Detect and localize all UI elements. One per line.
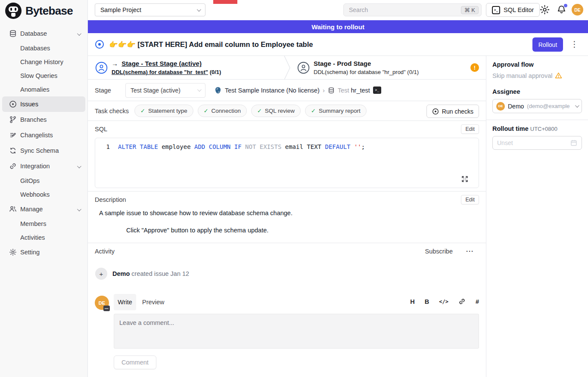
event-plus-icon: + [95, 268, 107, 280]
stage-selector-value: Test Stage (active) [131, 87, 180, 94]
check-pass-icon: ✓ [311, 108, 316, 114]
status-banner-text: Waiting to rollout [311, 23, 364, 31]
environment-label: Test [338, 87, 349, 94]
sidebar-item-branches[interactable]: Branches [2, 112, 85, 127]
comment-textarea[interactable] [114, 314, 479, 349]
stage-selector[interactable]: Test Stage (active) [125, 83, 205, 98]
description-label: Description [95, 196, 126, 203]
sidebar-item-setting[interactable]: Setting [2, 244, 85, 260]
issue-title: 👉👉👉 [START HERE] Add email column to Emp… [109, 40, 313, 49]
sidebar-item-changelists[interactable]: Changelists [2, 127, 85, 143]
gear-icon [9, 248, 17, 256]
sidebar-nav: Database Databases Change History Slow Q… [0, 22, 87, 260]
breadcrumb-separator: › [323, 87, 325, 94]
chevron-down-icon [77, 30, 80, 37]
sidebar: Bytebase Database Databases Change Histo… [0, 0, 88, 377]
branch-icon [9, 116, 17, 124]
chevron-down-icon [197, 7, 201, 12]
check-sql-review[interactable]: ✓SQL review [251, 105, 301, 117]
issue-header: 👉👉👉 [START HERE] Add email column to Emp… [88, 33, 588, 56]
stage-card-prod[interactable]: Stage - Prod Stage DDL(schema) for datab… [297, 56, 419, 80]
comment-button[interactable]: Comment [114, 355, 156, 369]
run-icon [432, 108, 439, 115]
event-description: created issue Jan 12 [130, 270, 189, 277]
sidebar-item-databases[interactable]: Databases [2, 41, 85, 55]
sidebar-item-slow-queries[interactable]: Slow Queries [2, 69, 85, 83]
task-checks-bar: Task checks ✓Statement type ✓Connection … [88, 101, 486, 121]
bytebase-logo[interactable]: Bytebase [0, 0, 87, 22]
rollout-timezone: UTC+0800 [530, 126, 557, 132]
code-icon[interactable]: </> [439, 299, 448, 305]
check-pass-icon: ✓ [204, 108, 208, 114]
stage-card-test[interactable]: → Stage - Test Stage (active) DDL(schema… [95, 56, 221, 80]
heading-icon[interactable]: H [410, 298, 414, 305]
stage-test-name: Stage - Test Stage (active) [121, 60, 202, 67]
expand-fullscreen-icon[interactable] [461, 176, 468, 182]
sidebar-item-sync-schema[interactable]: Sync Schema [2, 143, 85, 158]
sidebar-item-activities[interactable]: Activities [2, 231, 85, 244]
project-selector-value: Sample Project [100, 6, 141, 13]
link-icon[interactable] [458, 298, 466, 305]
sidebar-item-members[interactable]: Members [2, 217, 85, 231]
search-box[interactable]: ⌘ K [343, 3, 482, 16]
terminal-icon: >_ [492, 6, 500, 14]
open-sql-editor-icon[interactable]: >_ [373, 87, 381, 94]
users-icon [9, 205, 17, 213]
comment-bubble-icon: ••• [103, 306, 110, 311]
stage-prod-progress: (0/1) [407, 69, 419, 75]
sidebar-item-manage[interactable]: Manage [2, 201, 85, 217]
stage-separator-chevron [284, 56, 291, 80]
rollout-time-title: Rollout time [492, 125, 529, 132]
sidebar-item-database[interactable]: Database [2, 26, 85, 41]
hash-icon[interactable]: # [476, 298, 479, 305]
sidebar-item-integration[interactable]: Integration [2, 158, 85, 174]
database-icon [328, 87, 335, 94]
sidebar-item-gitops[interactable]: GitOps [2, 174, 85, 188]
notification-bell-icon[interactable] [557, 5, 566, 15]
stage-test-progress: (0/1) [210, 69, 221, 75]
chevron-down-icon [77, 206, 80, 213]
check-summary-report[interactable]: ✓Summary report [305, 105, 367, 117]
sql-edit-button[interactable]: Edit [461, 124, 479, 134]
bold-icon[interactable]: B [425, 298, 429, 305]
project-selector[interactable]: Sample Project [95, 3, 205, 16]
format-toolbar: H B </> # [410, 298, 479, 305]
sidebar-item-anomalies[interactable]: Anomalies [2, 83, 85, 96]
activity-label: Activity [95, 248, 115, 255]
line-number: 1 [95, 143, 110, 150]
sync-icon [9, 147, 17, 155]
active-stage-arrow: → [112, 60, 118, 67]
settings-gear-icon[interactable] [539, 4, 550, 15]
activity-section: Activity Subscribe ··· + Demo created is… [88, 243, 486, 377]
search-input[interactable] [349, 6, 461, 13]
rollout-button[interactable]: Rollout [532, 37, 563, 52]
assignee-selector[interactable]: DE Demo (demo@example [492, 99, 582, 113]
description-edit-button[interactable]: Edit [461, 195, 479, 204]
chevron-down-icon [197, 87, 202, 92]
link-icon [9, 162, 17, 170]
sql-code-box[interactable]: 1 ALTER TABLE employee ADD COLUMN IF NOT… [95, 138, 479, 188]
subscribe-button[interactable]: Subscribe [425, 248, 453, 255]
sidebar-item-webhooks[interactable]: Webhooks [2, 188, 85, 201]
stage-bar: Stage Test Stage (active) Test Sample In… [88, 80, 486, 101]
sql-section: SQL Edit 1 ALTER TABLE employee ADD COLU… [88, 121, 486, 192]
check-pass-icon: ✓ [257, 108, 262, 114]
kebab-menu-icon[interactable]: ⋮ [570, 39, 579, 50]
sidebar-item-change-history[interactable]: Change History [2, 55, 85, 69]
run-checks-button[interactable]: Run checks [426, 105, 479, 118]
sidebar-item-issues[interactable]: Issues [2, 96, 85, 112]
stage-person-icon-active [95, 62, 108, 74]
instance-link[interactable]: Test Sample Instance (No license) [225, 87, 320, 94]
check-statement-type[interactable]: ✓Statement type [134, 105, 193, 117]
tab-write[interactable]: Write [114, 294, 136, 310]
database-link[interactable]: hr_test [351, 87, 370, 94]
rollout-time-placeholder: Unset [497, 139, 513, 146]
user-avatar[interactable]: DE [572, 4, 583, 15]
assignee-title: Assignee [492, 88, 582, 95]
activity-menu-icon[interactable]: ··· [466, 247, 474, 255]
rollout-time-input[interactable]: Unset [492, 136, 582, 150]
check-pass-icon: ✓ [140, 108, 145, 114]
tab-preview[interactable]: Preview [142, 294, 165, 310]
sql-editor-button[interactable]: >_ SQL Editor [486, 3, 540, 17]
check-connection[interactable]: ✓Connection [198, 105, 247, 117]
